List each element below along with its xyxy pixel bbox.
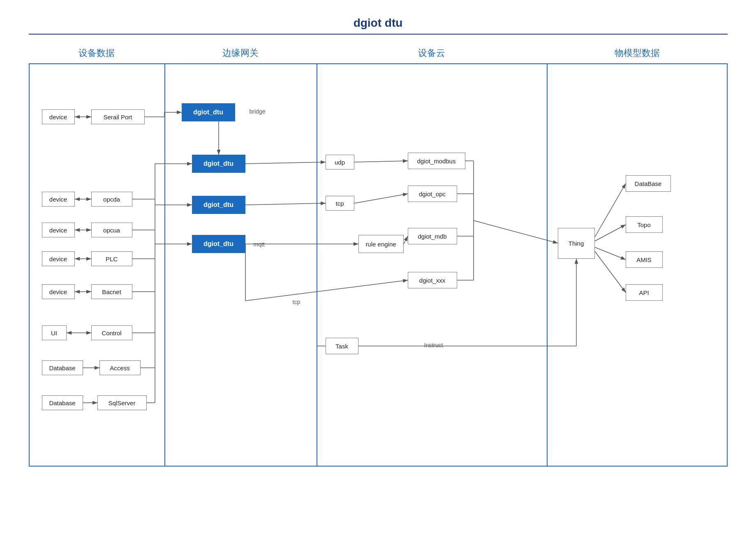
box-dgiot-xxx: dgiot_xxx xyxy=(408,272,457,288)
box-serial-port: Serail Port xyxy=(91,109,145,124)
col-divider-2 xyxy=(317,64,317,466)
tcp2-label: tcp xyxy=(293,299,301,305)
svg-line-38 xyxy=(245,280,408,301)
box-database2: Database xyxy=(42,395,83,410)
box-tcp: tcp xyxy=(326,196,354,211)
page-title: dgiot dtu xyxy=(354,16,403,30)
svg-line-30 xyxy=(354,194,408,203)
header-divider xyxy=(29,34,728,35)
box-device1: device xyxy=(42,109,75,124)
diagram-container: device Serail Port device opcda device o… xyxy=(29,63,728,467)
box-device5: device xyxy=(42,284,75,299)
svg-line-42 xyxy=(595,183,626,237)
svg-line-37 xyxy=(474,221,558,243)
section-header-col1: 设备数据 xyxy=(29,47,164,59)
instruct-label: Instruct xyxy=(424,342,443,348)
svg-line-43 xyxy=(595,225,626,241)
box-opcua: opcua xyxy=(91,223,132,237)
box-amis: AMIS xyxy=(626,251,663,268)
box-database1: Database xyxy=(42,360,83,375)
bridge-label: bridge xyxy=(250,108,266,115)
col-divider-1 xyxy=(164,64,165,466)
box-topo: Topo xyxy=(626,216,663,233)
box-api: API xyxy=(626,284,663,301)
section-header-col3: 设备云 xyxy=(317,47,547,59)
box-control: Control xyxy=(91,325,132,340)
svg-line-44 xyxy=(595,247,626,260)
svg-line-31 xyxy=(404,236,408,244)
svg-line-27 xyxy=(245,203,326,205)
svg-line-29 xyxy=(354,161,408,162)
box-dgiot-modbus: dgiot_modbus xyxy=(408,153,465,169)
box-task: Task xyxy=(326,338,358,354)
box-access: Access xyxy=(99,360,141,375)
box-device4: device xyxy=(42,251,75,266)
box-device2: device xyxy=(42,192,75,207)
box-database-out: DataBase xyxy=(626,175,671,192)
box-plc: PLC xyxy=(91,251,132,266)
box-rule-engine: rule engine xyxy=(358,235,404,253)
svg-line-45 xyxy=(595,251,626,293)
box-opcda: opcda xyxy=(91,192,132,207)
svg-line-26 xyxy=(245,162,326,164)
box-udp: udp xyxy=(326,155,354,169)
box-ui: UI xyxy=(42,325,67,340)
mqtt-label: mqtt xyxy=(254,241,265,248)
box-dgiot-mdb: dgiot_mdb xyxy=(408,228,457,244)
box-device3: device xyxy=(42,223,75,237)
box-thing: Thing xyxy=(558,228,595,259)
box-dtu2: dgiot_dtu xyxy=(192,155,245,173)
section-header-col2: 边缘网关 xyxy=(164,47,317,59)
box-dtu1: dgiot_dtu xyxy=(182,103,235,121)
section-header-col4: 物模型数据 xyxy=(547,47,728,59)
col-divider-3 xyxy=(547,64,548,466)
box-sqlserver: SqlServer xyxy=(97,395,147,410)
box-bacnet: Bacnet xyxy=(91,284,132,299)
box-dtu3: dgiot_dtu xyxy=(192,196,245,214)
box-dgiot-opc: dgiot_opc xyxy=(408,186,457,202)
box-dtu4: dgiot_dtu xyxy=(192,235,245,253)
